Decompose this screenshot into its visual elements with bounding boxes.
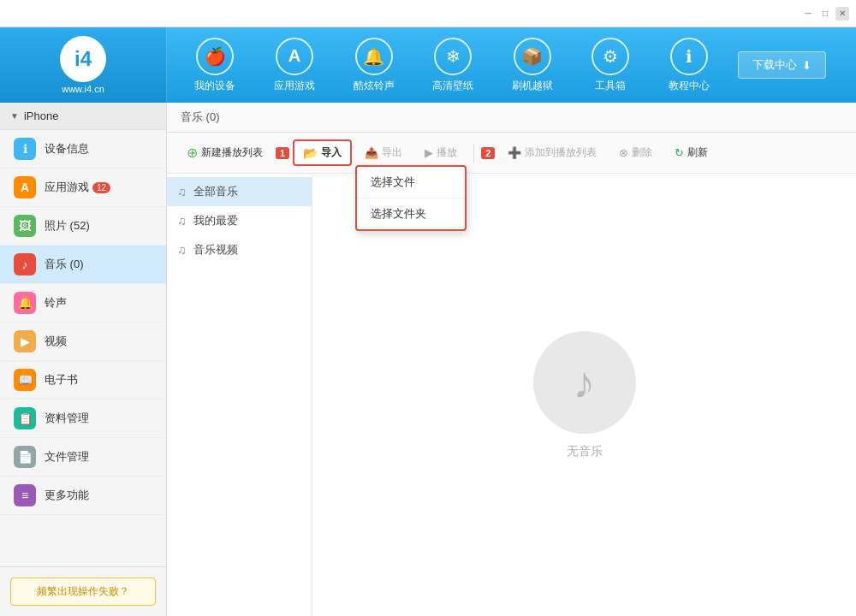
music-placeholder: ♪ xyxy=(533,331,636,434)
import-button[interactable]: 📂 导入 xyxy=(293,139,352,166)
refresh-label: 刷新 xyxy=(687,145,708,160)
device-header: ▼ iPhone xyxy=(0,103,166,130)
play-label: 播放 xyxy=(437,145,457,160)
add-icon: ⊕ xyxy=(187,145,198,161)
nav-my-device-label: 我的设备 xyxy=(194,79,235,93)
device-info-icon: ℹ xyxy=(14,138,36,160)
delete-label: 删除 xyxy=(632,145,652,160)
main-content: 音乐 (0) ⊕ 新建播放列表 1 📂 导入 选择文件 选择文件夹 📤 xyxy=(167,103,856,616)
sidebar-item-app-games[interactable]: A 应用游戏 12 xyxy=(0,169,166,207)
titlebar: ─ □ ✕ xyxy=(0,0,856,27)
logo-icon: i4 xyxy=(60,36,106,82)
nav-app-games[interactable]: A 应用游戏 xyxy=(264,31,325,100)
nav-jailbreak-label: 刷机越狱 xyxy=(512,79,553,93)
toolbar-divider xyxy=(473,144,474,163)
refresh-button[interactable]: ↻ 刷新 xyxy=(665,140,717,165)
nav-my-device-icon: 🍎 xyxy=(196,38,234,75)
nav-ringtone-icon: 🔔 xyxy=(355,38,393,75)
delete-button[interactable]: ⊗ 删除 xyxy=(609,140,662,165)
select-file-item[interactable]: 选择文件 xyxy=(357,167,465,198)
playlist-favorites[interactable]: ♫ 我的最爱 xyxy=(167,206,312,235)
nav-tutorial-label: 教程中心 xyxy=(669,79,710,93)
music-video-label: 音乐视频 xyxy=(193,242,238,258)
nav-tutorial-icon: ℹ xyxy=(670,38,708,75)
playlist-all-music[interactable]: ♫ 全部音乐 xyxy=(167,177,312,206)
no-music-text: 无音乐 xyxy=(567,444,603,459)
nav-tutorial[interactable]: ℹ 教程中心 xyxy=(658,31,720,100)
delete-icon: ⊗ xyxy=(619,146,628,159)
content-header: 音乐 (0) xyxy=(167,103,856,133)
playlist-music-video[interactable]: ♫ 音乐视频 xyxy=(167,235,312,264)
video-label: 视频 xyxy=(45,334,67,349)
nav-wallpaper-label: 高清壁纸 xyxy=(432,79,473,93)
favorites-label: 我的最爱 xyxy=(193,213,238,228)
nav-jailbreak-icon: 📦 xyxy=(514,38,551,75)
toolbar: ⊕ 新建播放列表 1 📂 导入 选择文件 选择文件夹 📤 导出 xyxy=(167,133,856,174)
sidebar-bottom: 频繁出现操作失败？ xyxy=(0,566,166,616)
app-games-badge: 12 xyxy=(92,182,110,193)
new-playlist-button[interactable]: ⊕ 新建播放列表 xyxy=(177,139,272,166)
step1-badge: 1 xyxy=(276,147,289,159)
nav-wallpaper-icon: ❄ xyxy=(434,38,472,75)
app-games-icon: A xyxy=(14,176,36,198)
sidebar-item-ringtone[interactable]: 🔔 铃声 xyxy=(0,284,166,323)
minimize-button[interactable]: ─ xyxy=(801,7,815,21)
import-label: 导入 xyxy=(321,145,342,160)
sidebar-item-photos[interactable]: 🖼 照片 (52) xyxy=(0,207,166,246)
new-playlist-label: 新建播放列表 xyxy=(201,145,263,160)
sidebar-item-file-mgmt[interactable]: 📄 文件管理 xyxy=(0,438,166,477)
music-video-icon: ♫ xyxy=(177,243,187,257)
more-label: 更多功能 xyxy=(45,488,89,503)
sidebar-item-music[interactable]: ♪ 音乐 (0) xyxy=(0,246,166,284)
add-playlist-icon: ➕ xyxy=(508,146,521,159)
content-area: ♪ 无音乐 xyxy=(312,174,856,616)
music-label: 音乐 (0) xyxy=(45,257,84,272)
photos-icon: 🖼 xyxy=(14,215,36,237)
all-music-icon: ♫ xyxy=(177,185,187,198)
collapse-icon: ▼ xyxy=(10,111,19,121)
nav-toolbox[interactable]: ⚙ 工具箱 xyxy=(580,31,640,100)
ebook-icon: 📖 xyxy=(14,369,36,391)
logo-site: www.i4.cn xyxy=(62,84,104,94)
export-button[interactable]: 📤 导出 xyxy=(355,140,412,165)
nav-ringtone-label: 酷炫铃声 xyxy=(354,79,395,93)
maximize-button[interactable]: □ xyxy=(818,7,832,21)
add-to-playlist-button[interactable]: ➕ 添加到播放列表 xyxy=(498,140,606,165)
nav-app-games-icon: A xyxy=(276,38,313,75)
nav-toolbox-icon: ⚙ xyxy=(591,38,629,75)
nav-toolbox-label: 工具箱 xyxy=(595,79,626,93)
export-icon: 📤 xyxy=(365,146,378,159)
nav-jailbreak[interactable]: 📦 刷机越狱 xyxy=(502,31,563,100)
download-center-label: 下载中心 xyxy=(752,57,797,73)
download-center-button[interactable]: 下载中心 ⬇ xyxy=(738,51,826,79)
sidebar-item-video[interactable]: ▶ 视频 xyxy=(0,323,166,361)
ebook-label: 电子书 xyxy=(45,372,78,388)
step2-badge: 2 xyxy=(481,147,495,159)
music-icon: ♪ xyxy=(14,253,36,275)
more-icon: ≡ xyxy=(14,484,36,506)
nav-ringtone[interactable]: 🔔 酷炫铃声 xyxy=(343,31,405,100)
music-note-large-icon: ♪ xyxy=(574,357,596,408)
play-icon: ▶ xyxy=(425,146,433,159)
sidebar-item-device-info[interactable]: ℹ 设备信息 xyxy=(0,130,166,169)
favorites-icon: ♫ xyxy=(177,214,187,228)
playlist-area: ♫ 全部音乐 ♫ 我的最爱 ♫ 音乐视频 ♪ xyxy=(167,174,856,616)
trouble-button[interactable]: 频繁出现操作失败？ xyxy=(10,578,156,606)
sidebar: ▼ iPhone ℹ 设备信息 A 应用游戏 12 🖼 照片 (52) ♪ 音乐… xyxy=(0,103,167,616)
file-mgmt-label: 文件管理 xyxy=(45,449,89,465)
close-button[interactable]: ✕ xyxy=(835,7,849,21)
device-info-label: 设备信息 xyxy=(45,141,89,157)
import-folder-icon: 📂 xyxy=(303,146,318,160)
play-button[interactable]: ▶ 播放 xyxy=(415,140,467,165)
ringtone-icon: 🔔 xyxy=(14,292,36,314)
add-to-playlist-label: 添加到播放列表 xyxy=(525,145,597,160)
sidebar-item-ebook[interactable]: 📖 电子书 xyxy=(0,361,166,400)
nav-wallpaper[interactable]: ❄ 高清壁纸 xyxy=(422,31,484,100)
sidebar-item-more[interactable]: ≡ 更多功能 xyxy=(0,477,166,515)
sidebar-item-data-mgmt[interactable]: 📋 资料管理 xyxy=(0,400,166,438)
data-mgmt-label: 资料管理 xyxy=(45,411,89,426)
app: i4 www.i4.cn 🍎 我的设备 A 应用游戏 🔔 酷炫铃声 ❄ 高清壁纸… xyxy=(0,27,856,616)
nav-my-device[interactable]: 🍎 我的设备 xyxy=(184,31,246,100)
select-folder-item[interactable]: 选择文件夹 xyxy=(357,198,465,229)
photos-label: 照片 (52) xyxy=(45,218,90,234)
